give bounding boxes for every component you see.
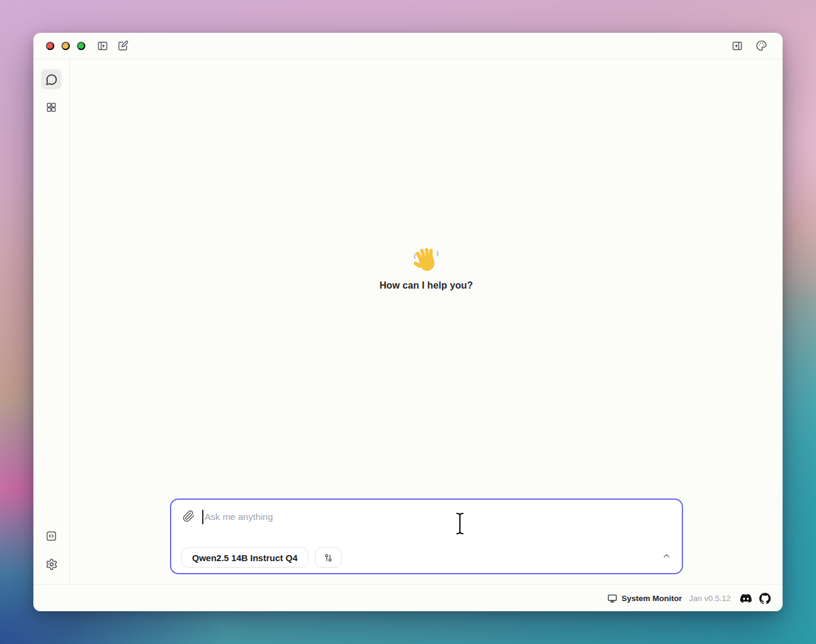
sliders-icon <box>323 552 334 564</box>
gear-icon <box>45 558 58 571</box>
zoom-button[interactable] <box>77 42 85 50</box>
toggle-left-panel-button[interactable] <box>97 40 109 52</box>
desktop: { "app": { "name": "Jan" }, "colors": { … <box>0 0 816 644</box>
chevron-up-icon <box>662 551 672 561</box>
empty-thread-greeting: How can I help you? <box>70 246 783 291</box>
system-monitor-label: System Monitor <box>622 594 682 603</box>
monitor-icon <box>607 593 617 603</box>
discord-icon <box>740 593 752 604</box>
panel-left-toggle-icon <box>97 40 109 52</box>
sidebar-item-hub[interactable] <box>41 97 61 117</box>
paperclip-icon <box>183 510 195 522</box>
text-caret <box>202 510 203 524</box>
version-label: Jan v0.5.12 <box>689 594 731 603</box>
compose-icon <box>117 40 129 52</box>
system-monitor-button[interactable]: System Monitor <box>607 593 682 603</box>
palette-icon <box>755 39 768 52</box>
new-thread-button[interactable] <box>117 40 129 52</box>
sidebar-item-local-api-server[interactable] <box>41 526 61 546</box>
minimize-button[interactable] <box>61 42 70 50</box>
toggle-right-panel-button[interactable] <box>731 40 743 52</box>
sidebar-item-settings[interactable] <box>41 554 61 574</box>
theme-button[interactable] <box>755 39 768 52</box>
jan-app-window: How can I help you? Qwen2.5 14B Instruct… <box>33 33 783 611</box>
greeting-text: How can I help you? <box>70 280 783 291</box>
sidebar-item-threads[interactable] <box>41 69 61 89</box>
waving-hand-emoji <box>413 246 440 274</box>
model-selector-button[interactable]: Qwen2.5 14B Instruct Q4 <box>181 547 308 568</box>
traffic-lights <box>46 42 85 50</box>
code-square-icon <box>45 530 57 542</box>
titlebar[interactable] <box>33 33 783 59</box>
model-settings-button[interactable] <box>315 547 342 568</box>
chat-bubble-icon <box>45 73 58 86</box>
message-input[interactable] <box>205 507 640 527</box>
grid-icon <box>45 101 57 113</box>
collapse-composer-button[interactable] <box>662 551 672 561</box>
panel-right-toggle-icon <box>731 40 743 52</box>
discord-link[interactable] <box>740 593 752 604</box>
status-bar: System Monitor Jan v0.5.12 <box>33 584 783 611</box>
github-icon <box>759 593 771 604</box>
attach-file-button[interactable] <box>183 510 195 522</box>
github-link[interactable] <box>759 593 771 604</box>
chat-composer: Qwen2.5 14B Instruct Q4 <box>170 499 683 574</box>
close-button[interactable] <box>46 42 54 50</box>
sidebar <box>33 59 70 584</box>
